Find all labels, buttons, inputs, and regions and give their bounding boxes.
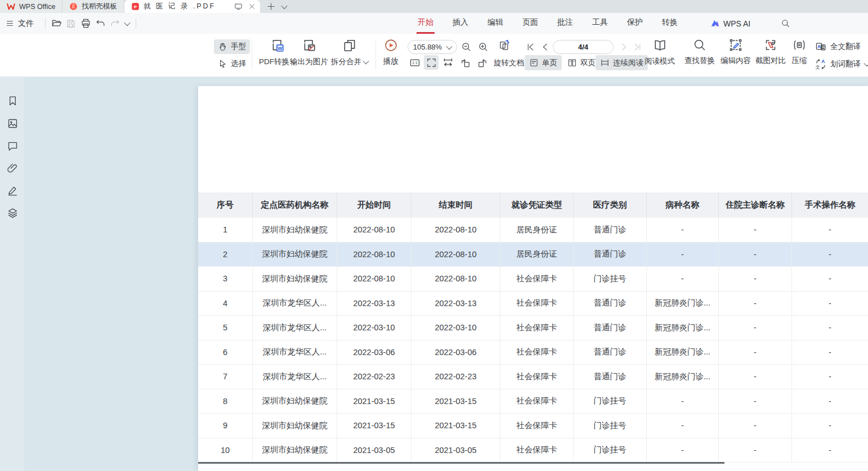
tab-comment[interactable]: 批注 [556, 13, 574, 34]
play-slideshow-button[interactable]: 播放 [378, 38, 403, 66]
table-row: 2深圳市妇幼保健院2022-08-102022-08-10居民身份证普通门诊--… [198, 243, 868, 267]
attachments-panel-button[interactable] [6, 162, 19, 174]
select-tool-button[interactable]: 选择 [214, 56, 250, 71]
tab-docer-templates[interactable]: 找稻壳模板 [62, 0, 124, 13]
table-body: 1深圳市妇幼保健院2022-08-102022-08-10居民身份证普通门诊--… [198, 218, 868, 463]
table-cell: 7 [198, 365, 253, 389]
table-row: 4深圳市龙华区人...2022-03-132022-03-13社会保障卡普通门诊… [198, 291, 868, 316]
bookmarks-panel-button[interactable] [6, 95, 19, 107]
wps-ai-label: WPS AI [723, 19, 750, 28]
open-folder-icon [51, 18, 62, 29]
table-cell: - [647, 389, 719, 414]
tab-tools[interactable]: 工具 [591, 13, 609, 34]
chevron-down-icon [363, 58, 369, 64]
wps-ai-logo-icon [710, 19, 720, 28]
menu-search-button[interactable] [781, 13, 790, 34]
next-page-button[interactable] [618, 41, 629, 52]
svg-text:P: P [134, 5, 137, 10]
hand-tool-button[interactable]: 手型 [214, 39, 250, 54]
table-cell: - [792, 340, 868, 365]
table-header-cell: 医疗类别 [574, 192, 647, 218]
one-to-one-icon: 1:1 [409, 57, 420, 69]
file-menu-button[interactable]: 文件 [0, 19, 42, 29]
redo-button[interactable] [108, 16, 122, 31]
table-cell: - [792, 243, 868, 267]
single-page-label: 单页 [542, 58, 557, 68]
table-cell: 普通门诊 [574, 291, 647, 316]
edit-content-button[interactable]: 编辑内容 [718, 38, 753, 66]
divider [45, 19, 46, 29]
previous-page-button[interactable] [539, 41, 551, 52]
tab-protect[interactable]: 保护 [626, 13, 644, 34]
read-mode-label: 阅读模式 [645, 56, 675, 66]
tab-document-active[interactable]: P 就 医 记 录 .PDF [124, 0, 260, 13]
tab-convert[interactable]: 转换 [661, 13, 679, 34]
word-translate-button[interactable]: 文A 划词翻译 [815, 59, 868, 70]
page-number-input[interactable]: 4/4 [553, 40, 614, 54]
single-page-button[interactable]: 单页 [525, 55, 562, 70]
hamburger-menu-icon [6, 19, 14, 28]
undo-button[interactable] [93, 16, 108, 31]
rotate-right-button[interactable] [477, 57, 488, 68]
undo-history-dropdown[interactable] [122, 16, 132, 31]
first-page-button[interactable] [525, 41, 536, 52]
table-row: 3深圳市妇幼保健院2022-08-102022-08-10社会保障卡门诊挂号--… [198, 267, 868, 291]
save-button[interactable] [64, 16, 78, 31]
table-cell: 社会保障卡 [500, 414, 574, 438]
read-mode-button[interactable]: 阅读模式 [643, 38, 677, 66]
rotate-left-button[interactable] [460, 57, 471, 68]
continuous-reading-button[interactable]: 连续阅读 [596, 55, 648, 70]
fit-width-button[interactable] [442, 57, 454, 68]
docer-logo-icon [69, 2, 78, 11]
screenshot-compare-button[interactable]: 截图对比 [753, 38, 788, 66]
table-header-cell: 定点医药机构名称 [253, 192, 337, 218]
edit-content-icon [729, 38, 742, 52]
close-tab-icon[interactable] [248, 3, 256, 10]
table-header-cell: 序号 [198, 192, 253, 218]
zoom-level-input[interactable]: 105.88% [408, 40, 457, 54]
table-cell: 3 [198, 267, 253, 291]
table-cell: - [719, 438, 792, 463]
zoom-out-button[interactable] [460, 41, 472, 52]
table-cell: 社会保障卡 [500, 316, 574, 340]
table-cell: 深圳市妇幼保健院 [253, 243, 337, 267]
screenshot-compare-label: 截图对比 [755, 56, 786, 66]
last-page-button[interactable] [632, 41, 643, 52]
continuous-reading-label: 连续阅读 [613, 58, 643, 68]
fit-page-icon [426, 57, 437, 69]
full-translate-icon: A [815, 41, 826, 52]
layers-panel-button[interactable] [6, 207, 19, 219]
table-header-cell: 结束时间 [411, 192, 500, 218]
tab-list-chevron-icon[interactable] [281, 2, 288, 8]
find-replace-button[interactable]: 查找替换 [682, 38, 717, 66]
table-cell: 5 [198, 316, 253, 340]
tab-page[interactable]: 页面 [521, 13, 539, 34]
table-header-cell: 开始时间 [337, 192, 411, 218]
comments-panel-button[interactable] [6, 140, 19, 152]
thumbnails-panel-button[interactable] [6, 117, 19, 129]
compress-button[interactable]: 压缩 [787, 38, 812, 66]
present-to-screen-icon[interactable] [234, 2, 243, 11]
annotate-panel-button[interactable] [6, 184, 19, 196]
zoom-in-button[interactable] [477, 41, 489, 52]
split-merge-button[interactable]: 拆分合并 [325, 38, 374, 67]
medical-records-table: 序号定点医药机构名称开始时间结束时间就诊凭证类型医疗类别病种名称住院主诊断名称手… [198, 192, 868, 464]
table-cell: 4 [198, 291, 253, 316]
tab-wps-home[interactable]: WPS Office [0, 0, 62, 13]
open-file-button[interactable] [49, 16, 64, 31]
new-tab-icon[interactable] [267, 2, 275, 11]
full-text-translate-button[interactable]: A 全文翻译 [815, 41, 861, 52]
bookmark-icon [7, 95, 19, 107]
wps-ai-button[interactable]: WPS AI [710, 13, 750, 34]
tab-home[interactable]: 开始 [417, 13, 435, 34]
single-page-icon [529, 58, 539, 68]
tab-insert[interactable]: 插入 [451, 13, 469, 34]
tab-edit[interactable]: 编辑 [486, 13, 504, 34]
zoom-out-icon [461, 42, 472, 52]
reset-view-button[interactable] [499, 39, 510, 51]
fit-page-button[interactable] [424, 55, 439, 70]
actual-size-button[interactable]: 1:1 [409, 57, 420, 68]
rotate-document-button[interactable]: 旋转文档 [494, 58, 524, 68]
tab-docer-label: 找稻壳模板 [82, 2, 117, 11]
print-button[interactable] [78, 16, 93, 31]
